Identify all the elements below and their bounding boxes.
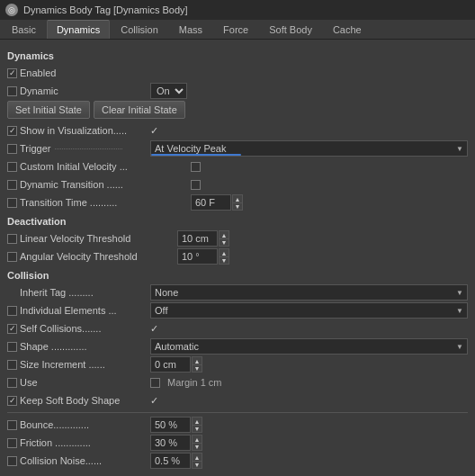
tab-cache[interactable]: Cache [323,20,372,39]
keep-soft-label: Keep Soft Body Shape [20,395,120,406]
angular-vel-up[interactable]: ▲ [219,248,229,256]
enabled-checkbox[interactable] [7,68,17,78]
show-viz-label: Show in Visualization..... [20,125,127,136]
dynamic-checkbox[interactable] [7,86,17,96]
linear-vel-label: Linear Velocity Threshold [20,233,130,244]
bounce-checkbox[interactable] [7,420,17,430]
shape-arrow: ▼ [456,343,463,351]
self-coll-checkbox[interactable] [7,324,17,334]
collision-noise-down[interactable]: ▼ [192,461,202,469]
linear-vel-checkbox[interactable] [7,234,17,244]
shape-dropdown[interactable]: Automatic ▼ [150,338,468,355]
linear-vel-up[interactable]: ▲ [219,230,229,238]
shape-label: Shape ............. [20,341,87,352]
linear-vel-input[interactable]: 10 cm ▲ ▼ [177,230,229,247]
angular-vel-down[interactable]: ▼ [219,256,229,265]
dynamic-select[interactable]: On Off [150,83,187,99]
trans-time-down[interactable]: ▼ [232,202,243,211]
tab-force[interactable]: Force [213,20,258,39]
self-coll-check-icon: ✓ [150,323,158,335]
indiv-elem-label: Individual Elements ... [20,305,117,316]
dyn-trans-check [191,180,201,190]
bounce-down[interactable]: ▼ [192,425,202,433]
inherit-tag-dropdown[interactable]: None ▼ [150,284,468,301]
keep-soft-check-icon: ✓ [150,395,158,407]
set-initial-state-button[interactable]: Set Initial State [7,101,90,119]
title-icon: ◎ [5,4,18,16]
trans-time-input[interactable]: 60 F ▲ ▼ [191,194,243,211]
angular-vel-checkbox[interactable] [7,252,17,262]
angular-vel-label: Angular Velocity Threshold [20,251,138,262]
inherit-tag-label: Inherit Tag ......... [7,287,94,298]
show-viz-checkbox[interactable] [7,126,17,136]
use-check [150,378,160,388]
bounce-input[interactable]: 50 % ▲ ▼ [150,417,202,433]
tab-softbody[interactable]: Soft Body [259,20,322,39]
enabled-label: Enabled [20,67,56,78]
dyn-trans-checkbox[interactable] [7,180,17,190]
trigger-dropdown-arrow: ▼ [456,145,463,153]
friction-label: Friction ............. [20,437,91,448]
collision-noise-input[interactable]: 0.5 % ▲ ▼ [150,453,202,469]
dyn-trans-label: Dynamic Transition ...... [20,179,123,190]
custom-vel-label: Custom Initial Velocity ... [20,161,128,172]
friction-input[interactable]: 30 % ▲ ▼ [150,435,202,451]
collision-noise-checkbox[interactable] [7,456,17,466]
margin-label: Margin 1 cm [167,377,222,388]
trigger-label: Trigger [20,143,50,154]
trigger-checkbox[interactable] [7,144,17,154]
angular-vel-input[interactable]: 10 ° ▲ ▼ [177,248,229,265]
show-viz-check-mark: ✓ [150,125,158,137]
self-coll-label: Self Collisions....... [20,323,101,334]
size-inc-checkbox[interactable] [7,360,17,370]
deactivation-header: Deactivation [7,216,468,227]
dynamics-header: Dynamics [7,50,468,61]
trigger-value: At Velocity Peak [155,143,227,154]
title-bar: ◎ Dynamics Body Tag [Dynamics Body] [0,0,475,20]
trans-time-label: Transition Time .......... [20,197,117,208]
collision-noise-up[interactable]: ▲ [192,453,202,461]
trigger-dropdown[interactable]: At Velocity Peak ▼ [150,140,468,157]
inherit-tag-arrow: ▼ [456,289,463,297]
friction-up[interactable]: ▲ [192,435,202,443]
size-inc-down[interactable]: ▼ [192,364,202,373]
title-text: Dynamics Body Tag [Dynamics Body] [23,4,188,15]
friction-down[interactable]: ▼ [192,443,202,451]
clear-initial-state-button[interactable]: Clear Initial State [94,101,185,119]
indiv-elem-checkbox[interactable] [7,306,17,316]
keep-soft-checkbox[interactable] [7,396,17,406]
friction-checkbox[interactable] [7,438,17,448]
bounce-label: Bounce............. [20,419,89,430]
size-inc-up[interactable]: ▲ [192,356,202,364]
trans-time-checkbox[interactable] [7,198,17,208]
indiv-elem-arrow: ▼ [456,307,463,315]
trans-time-up[interactable]: ▲ [232,194,243,202]
tab-dynamics[interactable]: Dynamics [47,20,110,39]
size-inc-label: Size Increment ...... [20,359,105,370]
tab-mass[interactable]: Mass [169,20,212,39]
custom-vel-checkbox[interactable] [7,162,17,172]
collision-header: Collision [7,270,468,281]
bounce-up[interactable]: ▲ [192,417,202,425]
tabs-row: Basic Dynamics Collision Mass Force Soft… [0,20,475,40]
tab-basic[interactable]: Basic [2,20,46,39]
custom-vel-check [191,162,201,172]
dynamic-label: Dynamic [20,85,58,96]
collision-noise-label: Collision Noise...... [20,455,102,466]
size-inc-input[interactable]: 0 cm ▲ ▼ [150,356,202,373]
use-checkbox[interactable] [7,378,17,388]
indiv-elem-dropdown[interactable]: Off ▼ [150,302,468,319]
use-label: Use [20,377,38,388]
shape-checkbox[interactable] [7,342,17,352]
linear-vel-down[interactable]: ▼ [219,238,229,247]
tab-collision[interactable]: Collision [111,20,168,39]
